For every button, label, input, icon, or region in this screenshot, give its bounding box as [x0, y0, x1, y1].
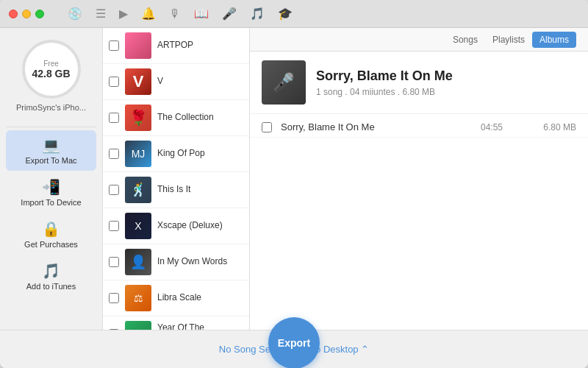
itunes-icon[interactable]: 💿	[68, 7, 82, 21]
note-icon[interactable]: 🎵	[250, 7, 265, 21]
album-checkbox-libra[interactable]	[109, 293, 119, 303]
sidebar-item-purchases[interactable]: 🔒 Get Purchases	[6, 214, 96, 255]
add-itunes-icon: 🎵	[42, 262, 60, 280]
main-window: 💿 ☰ ▶ 🔔 🎙 📖 🎤 🎵 🎓 Free 42.8 GB PrimoSync…	[0, 0, 588, 368]
album-item-artpop[interactable]: ARTPOP	[103, 28, 249, 64]
album-title-my-words: In My Own Words	[157, 256, 227, 268]
bell-icon[interactable]: 🔔	[141, 7, 156, 21]
tab-albums[interactable]: Albums	[532, 32, 576, 48]
album-art-v: V	[125, 68, 151, 95]
sidebar-itunes-label: Add to iTunes	[26, 282, 76, 291]
album-title-king: King Of Pop	[157, 148, 205, 160]
tab-songs[interactable]: Songs	[445, 32, 485, 48]
album-art-libra: ⚖	[125, 285, 151, 311]
album-art-my-words: 👤	[125, 249, 151, 275]
album-checkbox-xscape[interactable]	[109, 221, 119, 231]
mic-icon[interactable]: 🎤	[222, 7, 237, 21]
grad-icon[interactable]: 🎓	[278, 7, 293, 21]
album-checkbox-my-words[interactable]	[109, 257, 119, 267]
get-purchases-icon: 🔒	[42, 220, 60, 238]
detail-album-art: 🎤	[262, 60, 306, 105]
detail-info: Sorry, Blame It On Me 1 song . 04 miiunt…	[316, 68, 453, 97]
album-art-collection: 🌹	[125, 105, 151, 131]
detail-tabs-bar: Songs Playlists Albums	[250, 28, 588, 52]
album-title-libra: Libra Scale	[157, 292, 201, 304]
titlebar: 💿 ☰ ▶ 🔔 🎙 📖 🎤 🎵 🎓	[0, 0, 588, 28]
export-mac-icon: 💻	[42, 136, 60, 154]
album-title-this-is-it: This Is It	[157, 184, 190, 196]
video-icon[interactable]: ▶	[119, 7, 128, 21]
close-button[interactable]	[9, 10, 18, 18]
song-row: Sorry, Blame It On Me 04:55 6.80 MB	[250, 117, 588, 138]
album-title-collection: The Collection	[157, 112, 214, 124]
album-item-this-is-it[interactable]: 🕺 This Is It	[103, 172, 249, 208]
album-checkbox-king[interactable]	[109, 149, 119, 159]
album-item-king[interactable]: MJ King Of Pop	[103, 136, 249, 172]
maximize-button[interactable]	[35, 10, 44, 18]
storage-size: 42.8 GB	[32, 68, 70, 79]
sidebar-item-itunes[interactable]: 🎵 Add to iTunes	[6, 256, 96, 297]
album-item-collection[interactable]: 🌹 The Collection	[103, 100, 249, 136]
detail-album-title: Sorry, Blame It On Me	[316, 68, 453, 84]
minimize-button[interactable]	[22, 10, 31, 18]
import-device-icon: 📲	[42, 178, 60, 196]
export-button[interactable]: Export	[268, 317, 320, 368]
sidebar-item-import[interactable]: 📲 Import To Device	[6, 172, 96, 213]
album-item-my-words[interactable]: 👤 In My Own Words	[103, 244, 249, 280]
album-checkbox-artpop[interactable]	[109, 40, 119, 51]
song-title-1: Sorry, Blame It On Me	[281, 121, 473, 132]
sidebar: Free 42.8 GB PrimoSync's iPho... 💻 Expor…	[0, 28, 103, 330]
tab-playlists[interactable]: Playlists	[485, 32, 532, 48]
album-art-artpop	[125, 32, 151, 59]
album-item-libra[interactable]: ⚖ Libra Scale	[103, 280, 249, 316]
bottom-bar: No Song Selected Export To Desktop ⌃	[0, 330, 588, 368]
sidebar-export-label: Export To Mac	[25, 156, 76, 165]
toolbar: 💿 ☰ ▶ 🔔 🎙 📖 🎤 🎵 🎓	[68, 7, 293, 21]
song-checkbox-1[interactable]	[262, 122, 272, 132]
album-title-v: V	[157, 76, 163, 88]
album-title-xscape: Xscape (Deluxe)	[157, 220, 223, 232]
device-name: PrimoSync's iPho...	[16, 103, 86, 112]
sidebar-import-label: Import To Device	[21, 198, 81, 207]
album-item-v[interactable]: V V	[103, 64, 249, 100]
album-item-xscape[interactable]: X Xscape (Deluxe)	[103, 208, 249, 244]
sidebar-item-export[interactable]: 💻 Export To Mac	[6, 130, 96, 171]
album-checkbox-collection[interactable]	[109, 113, 119, 123]
sidebar-divider	[6, 127, 96, 127]
traffic-lights	[9, 10, 44, 18]
destination-arrow-icon: ⌃	[361, 344, 369, 355]
book-icon[interactable]: 📖	[194, 7, 209, 21]
album-checkbox-this-is-it[interactable]	[109, 185, 119, 195]
songs-list: Sorry, Blame It On Me 04:55 6.80 MB	[250, 114, 588, 330]
detail-header: 🎤 Sorry, Blame It On Me 1 song . 04 miiu…	[250, 52, 588, 114]
album-list: ARTPOP V V 🌹 The Collection MJ	[103, 28, 250, 330]
album-title-year: Year Of The Gentleman	[157, 322, 243, 330]
album-art-this-is-it: 🕺	[125, 177, 151, 203]
storage-free-label: Free	[43, 60, 59, 68]
album-checkbox-v[interactable]	[109, 77, 119, 87]
list-icon[interactable]: ☰	[96, 7, 106, 21]
album-art-xscape: X	[125, 213, 151, 239]
sidebar-purchases-label: Get Purchases	[24, 240, 78, 249]
album-item-year[interactable]: NE Year Of The Gentleman	[103, 316, 249, 330]
album-art-year: NE	[125, 321, 151, 330]
storage-circle: Free 42.8 GB	[22, 40, 81, 99]
podcast-icon[interactable]: 🎙	[169, 7, 181, 21]
song-size-1: 6.80 MB	[532, 122, 576, 132]
album-title-artpop: ARTPOP	[157, 40, 193, 52]
detail-panel: Songs Playlists Albums 🎤 Sorry, Blame It…	[250, 28, 588, 330]
song-duration-1: 04:55	[473, 122, 503, 132]
album-art-king: MJ	[125, 141, 151, 167]
main-content: Free 42.8 GB PrimoSync's iPho... 💻 Expor…	[0, 28, 588, 330]
detail-meta: 1 song . 04 miiuntes . 6.80 MB	[316, 87, 453, 97]
